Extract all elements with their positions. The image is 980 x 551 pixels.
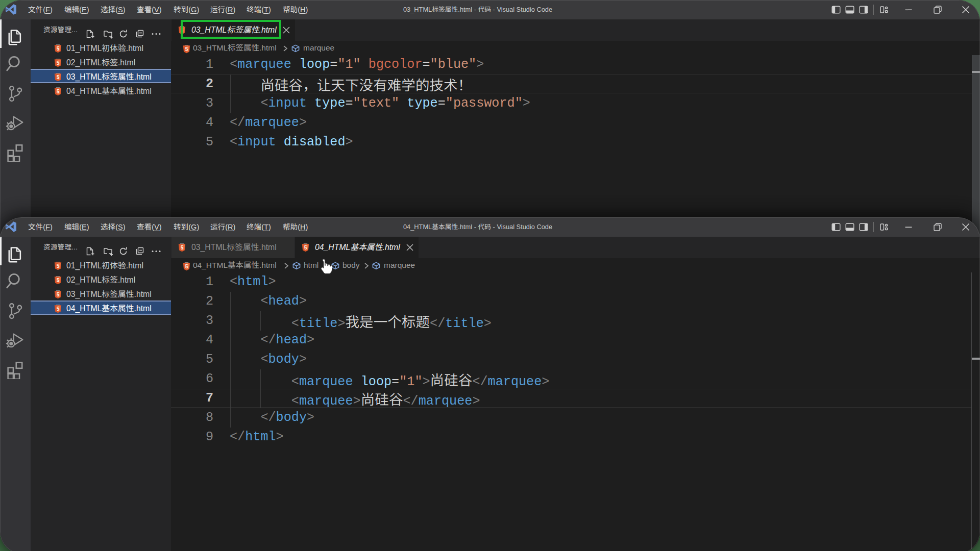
svg-text:5: 5: [57, 278, 60, 283]
svg-text:5: 5: [181, 245, 184, 251]
svg-text:5: 5: [57, 74, 60, 80]
svg-text:5: 5: [185, 264, 188, 269]
svg-text:5: 5: [57, 263, 60, 269]
svg-text:5: 5: [185, 46, 188, 52]
svg-text:5: 5: [57, 306, 60, 312]
svg-text:5: 5: [57, 292, 60, 297]
svg-text:5: 5: [57, 89, 60, 94]
svg-text:5: 5: [304, 245, 307, 251]
svg-text:5: 5: [57, 60, 60, 66]
svg-text:5: 5: [57, 46, 60, 52]
